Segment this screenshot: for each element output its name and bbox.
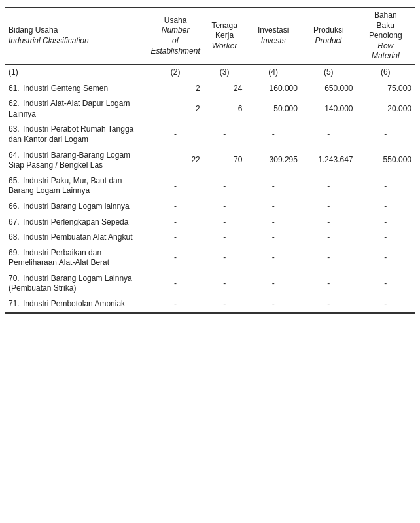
row-produksi: - <box>301 122 357 147</box>
row-investasi: - <box>245 173 300 199</box>
row-bahan: - <box>357 297 415 313</box>
col6-header: Bahan Baku Penolong Row Material <box>357 7 415 64</box>
table-row: 61. Industri Genteng Semen224160.000650.… <box>5 81 415 96</box>
col3-line3: Worker <box>212 41 237 50</box>
row-tenaga: 24 <box>203 81 246 96</box>
row-name: 66. Industri Barang Logam lainnya <box>5 199 147 215</box>
row-bahan: - <box>357 245 415 271</box>
table-row: 66. Industri Barang Logam lainnya----- <box>5 199 415 215</box>
col6-line4: Row <box>377 41 393 50</box>
row-name: 71. Industri Pembotolan Amoniak <box>5 297 147 313</box>
row-investasi: - <box>245 122 300 147</box>
subheader-row: (1) (2) (3) (4) (5) (6) <box>5 64 415 81</box>
row-usaha: - <box>147 173 203 199</box>
col4-line1: Investasi <box>258 26 289 35</box>
subheader-col5: (5) <box>301 64 357 81</box>
table-row: 62. Industri Alat-Alat Dapur Logam Lainn… <box>5 96 415 122</box>
col6-line5: Material <box>372 51 400 60</box>
row-name: 69. Industri Perbaikan dan Pemeliharaan … <box>5 245 147 271</box>
subheader-col3: (3) <box>203 64 246 81</box>
row-produksi: 650.000 <box>301 81 357 96</box>
col3-line2: Kerja <box>215 31 234 40</box>
row-tenaga: - <box>203 122 246 147</box>
row-produksi: - <box>301 245 357 271</box>
row-investasi: 50.000 <box>245 96 300 122</box>
col1-header-line1: Bidang Usaha <box>9 26 58 35</box>
row-usaha: - <box>147 199 203 215</box>
col5-header: Produksi Product <box>301 7 357 64</box>
row-tenaga: - <box>203 215 246 230</box>
row-tenaga: - <box>203 173 246 199</box>
row-usaha: - <box>147 215 203 230</box>
row-name: 68. Industri Pembuatan Alat Angkut <box>5 230 147 245</box>
subheader-col6: (6) <box>357 64 415 81</box>
row-usaha: 22 <box>147 148 203 173</box>
col2-line3: of <box>172 36 179 45</box>
row-usaha: - <box>147 122 203 147</box>
table-row: 63. Industri Perabot Rumah Tangga dan Ka… <box>5 122 415 147</box>
row-tenaga: - <box>203 245 246 271</box>
row-produksi: - <box>301 271 357 297</box>
table-row: 65. Industri Paku, Mur, Baut dan Barang … <box>5 173 415 199</box>
row-investasi: - <box>245 271 300 297</box>
col2-line5: ment <box>183 46 200 56</box>
row-produksi: - <box>301 297 357 313</box>
row-usaha: - <box>147 230 203 245</box>
table-row: 68. Industri Pembuatan Alat Angkut----- <box>5 230 415 245</box>
row-produksi: 1.243.647 <box>301 148 357 173</box>
col2-line4: Establish <box>150 46 183 56</box>
col2-line1: Usaha <box>164 16 187 25</box>
table-row: 67. Industri Perlengkapan Sepeda----- <box>5 215 415 230</box>
row-usaha: - <box>147 271 203 297</box>
row-investasi: - <box>245 297 300 313</box>
row-tenaga: - <box>203 230 246 245</box>
col2-header: Usaha Number of Establishment <box>147 7 203 64</box>
row-usaha: 2 <box>147 81 203 96</box>
row-bahan: 75.000 <box>357 81 415 96</box>
row-bahan: - <box>357 199 415 215</box>
table-row: 70. Industri Barang Logam Lainnya (Pembu… <box>5 271 415 297</box>
row-name: 62. Industri Alat-Alat Dapur Logam Lainn… <box>5 96 147 122</box>
row-investasi: - <box>245 230 300 245</box>
col5-line2: Product <box>315 36 342 45</box>
row-bahan: - <box>357 122 415 147</box>
row-tenaga: - <box>203 199 246 215</box>
row-investasi: 160.000 <box>245 81 300 96</box>
row-name: 70. Industri Barang Logam Lainnya (Pembu… <box>5 271 147 297</box>
col1-header: Bidang Usaha Industrial Classification <box>5 7 147 64</box>
header-row: Bidang Usaha Industrial Classification U… <box>5 7 415 64</box>
row-bahan: - <box>357 230 415 245</box>
col3-line1: Tenaga <box>211 21 237 30</box>
col4-header: Investasi Invests <box>245 7 300 64</box>
row-investasi: 309.295 <box>245 148 300 173</box>
subheader-col1: (1) <box>5 64 147 81</box>
row-bahan: 550.000 <box>357 148 415 173</box>
row-bahan: 20.000 <box>357 96 415 122</box>
table-container: Bidang Usaha Industrial Classification U… <box>0 0 420 320</box>
subheader-col2: (2) <box>147 64 203 81</box>
col3-header: Tenaga Kerja Worker <box>203 7 246 64</box>
row-produksi: - <box>301 199 357 215</box>
row-bahan: - <box>357 215 415 230</box>
row-usaha: 2 <box>147 96 203 122</box>
row-name: 63. Industri Perabot Rumah Tangga dan Ka… <box>5 122 147 147</box>
row-tenaga: 6 <box>203 96 246 122</box>
col5-line1: Produksi <box>313 26 344 35</box>
row-produksi: - <box>301 230 357 245</box>
row-produksi: 140.000 <box>301 96 357 122</box>
row-produksi: - <box>301 215 357 230</box>
row-investasi: - <box>245 215 300 230</box>
subheader-col4: (4) <box>245 64 300 81</box>
table-row: 64. Industri Barang-Barang Logam Siap Pa… <box>5 148 415 173</box>
row-investasi: - <box>245 199 300 215</box>
row-usaha: - <box>147 297 203 313</box>
col1-header-line2: Industrial Classification <box>9 36 89 45</box>
row-bahan: - <box>357 271 415 297</box>
row-usaha: - <box>147 245 203 271</box>
row-tenaga: - <box>203 297 246 313</box>
col6-line3: Penolong <box>369 31 402 40</box>
row-name: 67. Industri Perlengkapan Sepeda <box>5 215 147 230</box>
table-row: 71. Industri Pembotolan Amoniak----- <box>5 297 415 313</box>
row-name: 61. Industri Genteng Semen <box>5 81 147 96</box>
col2-line2: Number <box>162 26 190 35</box>
